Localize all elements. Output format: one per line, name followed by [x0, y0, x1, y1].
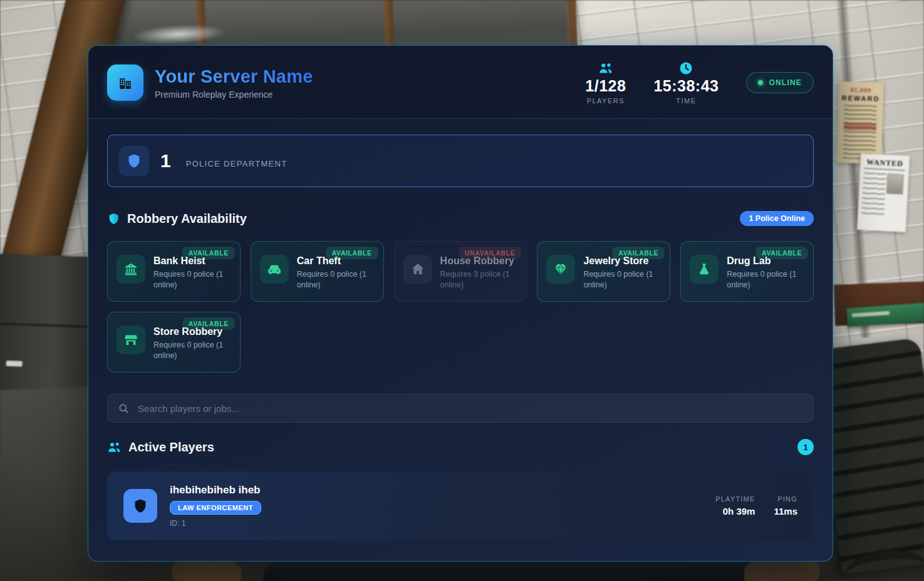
ping-label: PING [774, 495, 797, 503]
card-requirement: Requires 3 police (1 online) [440, 269, 518, 290]
police-department-bar: 1 POLICE DEPARTMENT [107, 135, 814, 187]
robbery-card-jewelry-store[interactable]: Jewelry Store Requires 0 police (1 onlin… [537, 241, 670, 302]
search-box [107, 394, 814, 423]
status-badge: AVAILABLE [326, 247, 378, 259]
police-count: 1 [160, 150, 171, 172]
server-subtitle: Premium Roleplay Experience [155, 90, 313, 100]
card-requirement: Requires 0 police (1 online) [727, 269, 804, 290]
playtime-value: 0h 39m [715, 506, 755, 517]
player-count: 1/128 [585, 77, 626, 95]
card-requirement: Requires 0 police (1 online) [297, 269, 375, 290]
house-icon [403, 255, 432, 284]
server-time: 15:38:43 [653, 77, 719, 95]
online-status-badge: ONLINE [746, 72, 814, 93]
search-input[interactable] [138, 403, 803, 414]
online-dot-icon [758, 80, 763, 85]
robbery-card-car-theft[interactable]: Car Theft Requires 0 police (1 online) A… [251, 241, 384, 302]
ping-value: 11ms [774, 506, 797, 517]
status-badge: UNAVAILABLE [459, 247, 521, 259]
robbery-card-house-robbery[interactable]: House Robbery Requires 3 police (1 onlin… [394, 241, 527, 302]
building-icon [116, 73, 135, 92]
card-requirement: Requires 0 police (1 online) [583, 269, 661, 290]
flask-icon [690, 255, 719, 284]
police-online-badge: 1 Police Online [740, 211, 814, 226]
robbery-section-title: Robbery Availability [127, 212, 247, 226]
robbery-cards-grid: Bank Heist Requires 0 police (1 online) … [107, 241, 814, 373]
server-logo [107, 64, 143, 101]
robbery-section: Robbery Availability 1 Police Online Ban… [88, 202, 833, 381]
shield-icon [126, 153, 142, 169]
player-count-label: PLAYERS [587, 97, 625, 105]
player-name: ihebihebiheb iheb [170, 484, 261, 496]
player-ping: PING 11ms [774, 495, 797, 517]
players-stat: 1/128 PLAYERS [585, 61, 626, 105]
active-players-header: Active Players 1 [107, 439, 814, 455]
playtime-label: PLAYTIME [715, 495, 755, 503]
shield-icon [107, 212, 120, 225]
card-requirement: Requires 0 police (1 online) [153, 340, 231, 361]
active-players-count-badge: 1 [797, 439, 814, 455]
player-id: ID: 1 [170, 519, 261, 528]
server-title: Your Server Name [155, 66, 313, 87]
robbery-card-bank-heist[interactable]: Bank Heist Requires 0 police (1 online) … [107, 241, 241, 302]
player-avatar [123, 489, 157, 523]
search-icon [118, 403, 130, 414]
shield-icon [132, 498, 148, 514]
status-badge: AVAILABLE [182, 247, 235, 259]
panel-header: Your Server Name Premium Roleplay Experi… [88, 46, 833, 119]
active-players-title: Active Players [128, 440, 214, 455]
status-badge: AVAILABLE [755, 247, 808, 259]
server-time-label: TIME [676, 97, 696, 105]
gem-icon [546, 255, 575, 284]
card-requirement: Requires 0 police (1 online) [153, 269, 231, 290]
time-stat: 15:38:43 TIME [653, 61, 719, 105]
police-label: POLICE DEPARTMENT [186, 159, 288, 168]
online-status-label: ONLINE [769, 78, 802, 87]
users-icon [598, 61, 613, 76]
player-role-badge: LAW ENFORCEMENT [170, 501, 261, 515]
status-badge: AVAILABLE [612, 247, 665, 259]
clock-icon [678, 61, 693, 76]
robbery-card-store-robbery[interactable]: Store Robbery Requires 0 police (1 onlin… [107, 312, 241, 373]
users-icon [107, 440, 122, 455]
server-panel: Your Server Name Premium Roleplay Experi… [88, 45, 833, 562]
robbery-card-drug-lab[interactable]: Drug Lab Requires 0 police (1 online) AV… [680, 241, 814, 302]
police-shield-iconbox [119, 146, 149, 176]
player-row[interactable]: ihebihebiheb iheb LAW ENFORCEMENT ID: 1 … [107, 471, 814, 540]
store-icon [117, 326, 145, 354]
player-playtime: PLAYTIME 0h 39m [715, 495, 755, 517]
bank-icon [117, 255, 145, 284]
status-badge: AVAILABLE [182, 317, 235, 330]
car-icon [260, 255, 289, 284]
